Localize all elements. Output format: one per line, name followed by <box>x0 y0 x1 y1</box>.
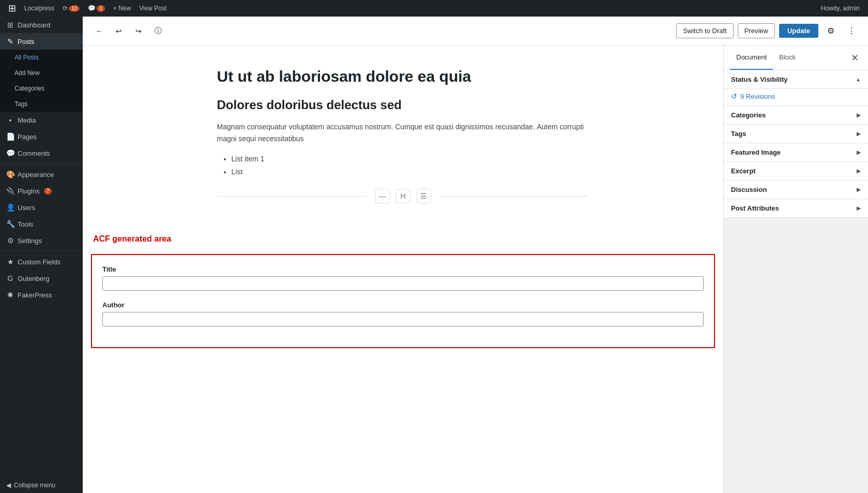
sidebar-item-label: Dashboard <box>18 21 51 29</box>
revisions-label: 9 Revisions <box>740 93 775 100</box>
admin-bar-right: Howdy, admin <box>821 5 864 12</box>
sidebar-item-settings[interactable]: ⚙ Settings <box>0 232 83 249</box>
updates-item[interactable]: ⟳ 10 <box>58 0 84 17</box>
sidebar-item-media[interactable]: ▪ Media <box>0 112 83 128</box>
chevron-down-icon: ▲ <box>856 77 861 82</box>
sidebar-item-label: Custom Fields <box>18 258 60 266</box>
list-item[interactable]: List item 1 <box>232 153 589 166</box>
acf-area: ACF generated area Title Author <box>83 224 723 358</box>
sidebar-item-add-new[interactable]: Add New <box>0 65 83 81</box>
tools-icon: 🔧 <box>6 220 14 228</box>
users-icon: 👤 <box>6 203 14 212</box>
post-paragraph[interactable]: Magnam consequatur voluptatem accusamus … <box>217 121 589 144</box>
tags-label: Tags <box>14 100 27 108</box>
sidebar-item-all-posts[interactable]: All Posts <box>0 50 83 65</box>
preview-button[interactable]: Preview <box>738 23 775 38</box>
update-button[interactable]: Update <box>779 24 818 38</box>
sidebar-item-label: Users <box>18 204 35 212</box>
section-excerpt-label: Excerpt <box>731 167 756 175</box>
acf-field-title-input[interactable] <box>102 276 704 291</box>
info-button[interactable]: ⓘ <box>150 23 166 39</box>
sidebar-item-fakerpress[interactable]: ✺ FakerPress <box>0 287 83 303</box>
acf-field-author: Author <box>102 301 704 326</box>
back-button[interactable]: ← <box>91 23 108 39</box>
sidebar-item-dashboard[interactable]: ⊞ Dashboard <box>0 17 83 33</box>
section-tags: Tags ▶ <box>724 125 868 143</box>
appender-heading-icon[interactable]: H <box>396 189 410 203</box>
sidebar-item-categories[interactable]: Categories <box>0 81 83 96</box>
section-categories-header[interactable]: Categories ▶ <box>724 106 868 124</box>
sidebar-item-plugins[interactable]: 🔌 Plugins 7 <box>0 183 83 199</box>
toolbar-right: Switch to Draft Preview Update ⚙ ⋮ <box>676 23 860 39</box>
section-post-attributes-header[interactable]: Post Attributes ▶ <box>724 199 868 217</box>
tab-document[interactable]: Document <box>730 46 773 70</box>
sidebar-divider <box>0 163 83 164</box>
comments-icon: 💬 <box>88 5 96 12</box>
post-subtitle[interactable]: Dolores doloribus delectus sed <box>217 97 589 113</box>
section-featured-image: Featured Image ▶ <box>724 143 868 162</box>
sidebar-item-posts[interactable]: ✎ Posts <box>0 33 83 50</box>
block-appender: — H ☰ <box>217 189 589 203</box>
more-options-button[interactable]: ⋮ <box>843 23 860 39</box>
tab-block[interactable]: Block <box>773 46 802 70</box>
revisions-link[interactable]: ↺ 9 Revisions <box>724 89 868 106</box>
chevron-right-icon: ▶ <box>857 112 861 118</box>
more-options-icon: ⋮ <box>847 26 856 36</box>
section-tags-header[interactable]: Tags ▶ <box>724 125 868 143</box>
sidebar-item-tags[interactable]: Tags <box>0 96 83 112</box>
appender-dash-icon[interactable]: — <box>375 189 390 203</box>
new-label: + New <box>113 5 131 12</box>
close-sidebar-button[interactable]: ✕ <box>847 51 862 65</box>
comments-item[interactable]: 💬 0 <box>84 0 109 17</box>
acf-field-author-input[interactable] <box>102 312 704 326</box>
site-name-item[interactable]: Localpress <box>20 0 58 17</box>
sidebar-menu: ⊞ Dashboard ✎ Posts All Posts Add New Ca… <box>0 17 83 303</box>
section-status-visibility-header[interactable]: Status & Visibility ▲ <box>724 70 868 88</box>
sidebar-item-users[interactable]: 👤 Users <box>0 199 83 216</box>
view-post-label: View Post <box>139 5 166 12</box>
sidebar-item-custom-fields[interactable]: ★ Custom Fields <box>0 253 83 270</box>
appender-icons: — H ☰ <box>375 189 431 203</box>
all-posts-label: All Posts <box>14 54 39 61</box>
howdy-text: Howdy, admin <box>821 5 860 12</box>
acf-field-author-label: Author <box>102 301 704 309</box>
collapse-menu[interactable]: ◀ Collapse menu <box>0 477 83 493</box>
gutenberg-icon: G <box>6 274 14 282</box>
settings-gear-button[interactable]: ⚙ <box>823 23 839 39</box>
section-revisions: ↺ 9 Revisions <box>724 89 868 106</box>
switch-to-draft-button[interactable]: Switch to Draft <box>676 23 734 38</box>
posts-submenu: All Posts Add New Categories Tags <box>0 50 83 112</box>
section-post-attributes: Post Attributes ▶ <box>724 199 868 218</box>
section-discussion-header[interactable]: Discussion ▶ <box>724 181 868 199</box>
sidebar-item-label: Tools <box>18 220 33 228</box>
wp-logo-item[interactable]: ⊞ <box>4 0 20 17</box>
right-sidebar-header: Document Block ✕ <box>724 46 868 70</box>
acf-field-title: Title <box>102 265 704 291</box>
comments-count: 0 <box>97 5 105 12</box>
revisions-icon: ↺ <box>731 92 737 100</box>
admin-bar-items: ⊞ Localpress ⟳ 10 💬 0 + New View Post <box>4 0 171 17</box>
list-item[interactable]: List <box>232 166 589 178</box>
appender-list-icon[interactable]: ☰ <box>417 189 431 203</box>
undo-button[interactable]: ↩ <box>111 23 127 39</box>
view-post-item[interactable]: View Post <box>135 0 171 17</box>
sidebar-item-comments[interactable]: 💬 Comments <box>0 145 83 161</box>
section-featured-image-header[interactable]: Featured Image ▶ <box>724 143 868 161</box>
redo-button[interactable]: ↪ <box>130 23 147 39</box>
sidebar-item-pages[interactable]: 📄 Pages <box>0 128 83 145</box>
sidebar-item-label: Appearance <box>18 171 54 178</box>
new-item[interactable]: + New <box>109 0 135 17</box>
chevron-right-icon: ▶ <box>857 187 861 192</box>
sidebar-item-gutenberg[interactable]: G Gutenberg <box>0 270 83 287</box>
section-discussion-label: Discussion <box>731 186 767 193</box>
section-status-visibility-label: Status & Visibility <box>731 76 788 83</box>
acf-label: ACF generated area <box>93 234 713 244</box>
comments-icon: 💬 <box>6 149 14 157</box>
post-title[interactable]: Ut ut ab laboriosam dolore ea quia <box>217 66 589 86</box>
sidebar-item-appearance[interactable]: 🎨 Appearance <box>0 166 83 183</box>
section-status-visibility: Status & Visibility ▲ <box>724 70 868 89</box>
editor-canvas: Ut ut ab laboriosam dolore ea quia Dolor… <box>83 46 723 493</box>
sidebar-item-label: Plugins <box>18 187 40 195</box>
sidebar-item-tools[interactable]: 🔧 Tools <box>0 216 83 232</box>
section-excerpt-header[interactable]: Excerpt ▶ <box>724 162 868 180</box>
